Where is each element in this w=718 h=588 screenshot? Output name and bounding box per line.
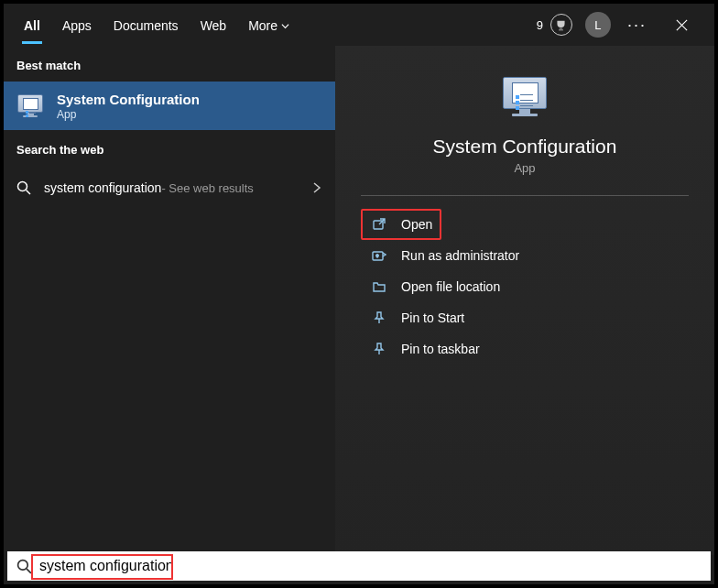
action-label: Pin to taskbar xyxy=(401,342,480,356)
search-bar[interactable] xyxy=(7,551,711,581)
user-avatar[interactable]: L xyxy=(585,12,611,38)
svg-point-0 xyxy=(18,182,27,191)
action-open-file-location[interactable]: Open file location xyxy=(361,271,689,302)
search-icon xyxy=(16,559,32,574)
action-pin-to-taskbar[interactable]: Pin to taskbar xyxy=(361,333,689,365)
web-result-term: system configuration xyxy=(44,180,161,195)
preview-title: System Configuration xyxy=(361,136,689,158)
web-result-row[interactable]: system configuration - See web results xyxy=(4,166,335,210)
best-match-title: System Configuration xyxy=(57,92,200,107)
top-bar: All Apps Documents Web More 9 L ··· xyxy=(4,4,714,46)
results-column: Best match System xyxy=(4,46,335,555)
action-pin-to-start[interactable]: Pin to Start xyxy=(361,302,689,333)
web-result-suffix: - See web results xyxy=(161,181,253,195)
chevron-right-icon xyxy=(311,182,322,193)
preview-pane: System Configuration App Open Run as adm… xyxy=(335,46,714,555)
close-button[interactable] xyxy=(663,18,700,32)
action-run-as-administrator[interactable]: Run as administrator xyxy=(361,240,689,271)
chevron-down-icon xyxy=(281,18,289,33)
pin-icon xyxy=(370,309,388,327)
system-configuration-icon xyxy=(15,91,46,122)
divider xyxy=(361,195,689,196)
action-label: Open xyxy=(401,217,432,232)
rewards-icon[interactable] xyxy=(550,14,572,36)
rewards-points: 9 xyxy=(537,18,543,32)
preview-subtitle: App xyxy=(361,161,689,175)
action-label: Open file location xyxy=(401,279,500,294)
action-label: Pin to Start xyxy=(401,310,464,325)
action-open[interactable]: Open xyxy=(361,209,441,240)
open-icon xyxy=(370,215,388,234)
folder-icon xyxy=(370,278,388,296)
tab-web[interactable]: Web xyxy=(190,7,238,42)
shield-admin-icon xyxy=(370,246,388,265)
pin-icon xyxy=(370,340,388,358)
tab-documents[interactable]: Documents xyxy=(103,7,190,42)
more-options-button[interactable]: ··· xyxy=(624,16,650,35)
tab-apps[interactable]: Apps xyxy=(51,7,103,42)
search-icon xyxy=(16,180,31,195)
tab-all[interactable]: All xyxy=(13,7,51,42)
action-label: Run as administrator xyxy=(401,248,519,263)
best-match-heading: Best match xyxy=(4,46,335,82)
svg-point-3 xyxy=(18,560,28,570)
best-match-subtitle: App xyxy=(57,108,200,121)
filter-tabs: All Apps Documents Web More xyxy=(13,7,300,42)
tab-more[interactable]: More xyxy=(237,7,300,42)
search-input[interactable] xyxy=(39,558,705,574)
best-match-result[interactable]: System Configuration App xyxy=(4,82,335,130)
preview-app-icon xyxy=(498,70,551,123)
search-web-heading: Search the web xyxy=(4,130,335,166)
